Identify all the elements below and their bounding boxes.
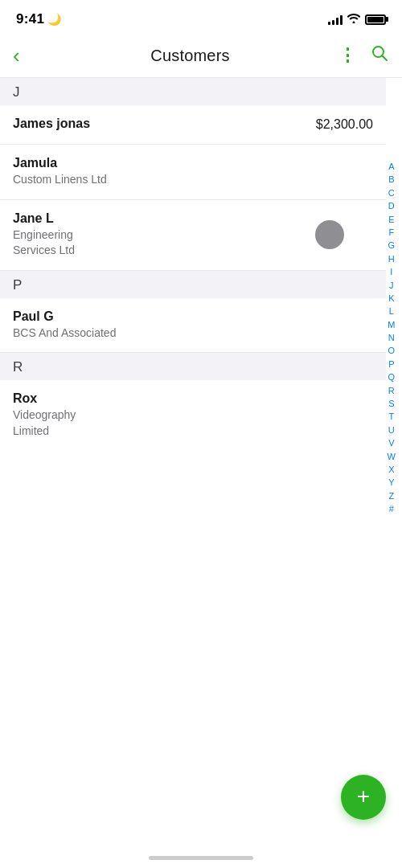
alpha-n[interactable]: N — [385, 332, 398, 344]
section-letter: P — [13, 277, 22, 293]
alpha-k[interactable]: K — [385, 293, 397, 305]
svg-line-1 — [383, 56, 388, 61]
home-indicator — [149, 856, 253, 860]
status-time: 9:41 — [16, 11, 44, 27]
list-item[interactable]: Jane L EngineeringServices Ltd — [0, 200, 386, 271]
alpha-e[interactable]: E — [385, 214, 397, 226]
alpha-j[interactable]: J — [386, 280, 397, 292]
customer-company: VideographyLimited — [13, 407, 373, 439]
section-header-p: P — [0, 271, 386, 298]
alpha-s[interactable]: S — [385, 398, 397, 410]
alpha-a[interactable]: A — [385, 161, 397, 173]
alpha-hash[interactable]: # — [386, 503, 397, 515]
customer-name: Jane L — [13, 211, 373, 226]
section-letter: R — [13, 359, 23, 375]
header-actions: ⋮ — [338, 43, 389, 68]
alpha-y[interactable]: Y — [385, 477, 397, 489]
alpha-u[interactable]: U — [385, 424, 398, 436]
list-item[interactable]: Paul G BCS And Associated — [0, 298, 386, 354]
section-header-j: J — [0, 78, 386, 105]
list-item[interactable]: James jonas $2,300.00 — [0, 105, 386, 145]
battery-icon — [365, 14, 386, 25]
alpha-t[interactable]: T — [385, 411, 397, 423]
signal-icon — [328, 14, 343, 25]
page-title: Customers — [150, 47, 230, 65]
alpha-x[interactable]: X — [385, 464, 397, 476]
add-customer-button[interactable]: + — [341, 775, 386, 820]
wifi-icon — [347, 14, 360, 26]
alpha-i[interactable]: I — [387, 266, 396, 278]
alpha-g[interactable]: G — [385, 240, 399, 252]
alpha-f[interactable]: F — [385, 227, 397, 239]
alpha-b[interactable]: B — [385, 174, 397, 186]
more-options-button[interactable]: ⋮ — [338, 47, 357, 64]
section-header-r: R — [0, 353, 386, 380]
customer-company: BCS And Associated — [13, 326, 373, 342]
alpha-m[interactable]: M — [384, 319, 398, 331]
alpha-h[interactable]: H — [385, 253, 398, 265]
moon-icon: 🌙 — [47, 13, 61, 26]
customer-name: Rox — [13, 391, 373, 406]
status-bar: 9:41 🌙 — [0, 0, 402, 35]
customer-name: Jamula — [13, 156, 373, 170]
alpha-p[interactable]: P — [385, 358, 397, 371]
alpha-d[interactable]: D — [385, 200, 398, 212]
alpha-q[interactable]: Q — [385, 371, 399, 383]
search-button[interactable] — [370, 43, 389, 68]
status-icons — [328, 14, 386, 26]
alpha-v[interactable]: V — [385, 437, 397, 449]
alpha-r[interactable]: R — [385, 385, 398, 397]
customer-company: Custom Linens Ltd — [13, 172, 373, 188]
customer-amount: $2,300.00 — [316, 117, 373, 132]
list-item[interactable]: Rox VideographyLimited — [0, 380, 386, 503]
alpha-w[interactable]: W — [384, 451, 399, 463]
customer-list: J James jonas $2,300.00 Jamula Custom Li… — [0, 78, 402, 504]
customer-name: Paul G — [13, 309, 373, 324]
plus-icon: + — [357, 785, 370, 808]
app-header: ‹ Customers ⋮ — [0, 35, 402, 78]
alpha-o[interactable]: O — [385, 345, 399, 357]
section-letter: J — [13, 84, 20, 100]
back-button[interactable]: ‹ — [13, 45, 42, 66]
list-item[interactable]: Jamula Custom Linens Ltd — [0, 145, 386, 200]
alphabet-index[interactable]: A B C D E F G H I J K L M N O P Q R S T … — [384, 161, 399, 516]
alpha-l[interactable]: L — [386, 305, 397, 317]
alpha-z[interactable]: Z — [385, 490, 397, 502]
status-dot — [315, 220, 344, 249]
alpha-c[interactable]: C — [385, 187, 398, 199]
